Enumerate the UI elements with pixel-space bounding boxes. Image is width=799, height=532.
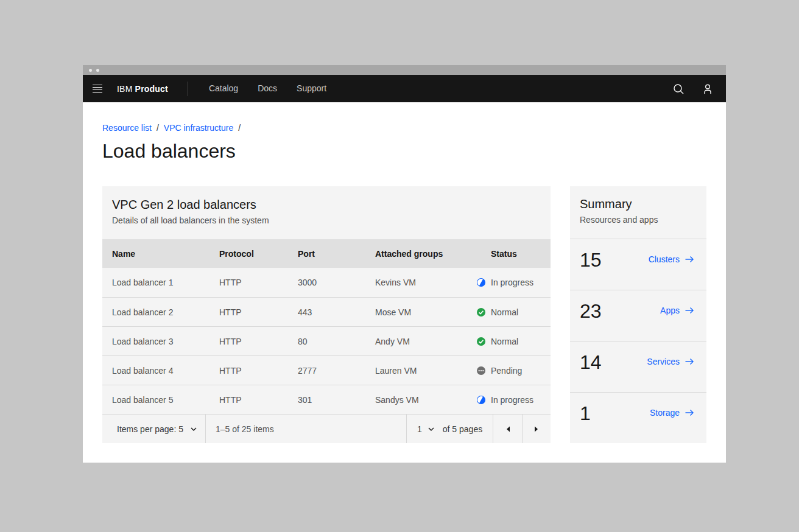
- summary-count: 15: [580, 248, 602, 271]
- desktop-background: IBM Product Catalog Docs Support Resourc…: [0, 0, 799, 532]
- status-label: In progress: [491, 278, 533, 287]
- chevron-down-icon: [191, 427, 197, 431]
- cell-protocol: HTTP: [209, 366, 288, 376]
- status-label: Pending: [491, 366, 522, 376]
- brand[interactable]: IBM Product: [117, 84, 168, 94]
- nav-item-support[interactable]: Support: [287, 75, 336, 102]
- breadcrumb: Resource list / VPC infrastructure /: [102, 123, 245, 133]
- cell-protocol: HTTP: [209, 307, 288, 317]
- column-header-protocol[interactable]: Protocol: [209, 249, 288, 259]
- pagination-range-text: 1–5 of 25 items: [206, 415, 406, 443]
- window-control-dot[interactable]: [96, 69, 99, 72]
- column-header-attached-groups[interactable]: Attached groups: [365, 249, 466, 259]
- arrow-right-icon: [685, 408, 694, 418]
- summary-header: Summary Resources and apps: [570, 186, 706, 239]
- cell-attached-groups: Andy VM: [365, 337, 466, 346]
- arrow-right-icon: [685, 357, 694, 366]
- previous-page-button[interactable]: [493, 415, 522, 443]
- status-label: In progress: [491, 395, 533, 405]
- status-label: Normal: [491, 307, 518, 317]
- page-content: Resource list / VPC infrastructure / Loa…: [83, 102, 726, 463]
- page-number-select[interactable]: 1 of 5 pages: [406, 415, 493, 443]
- summary-link[interactable]: Clusters: [649, 254, 694, 264]
- cell-attached-groups: Sandys VM: [365, 395, 466, 405]
- cell-name: Load balancer 1: [102, 278, 209, 287]
- summary-row: 23 Apps: [570, 290, 706, 341]
- cell-attached-groups: Lauren VM: [365, 366, 466, 376]
- cell-status: In progress: [466, 395, 551, 405]
- cell-protocol: HTTP: [209, 278, 288, 287]
- table-header-row: Name Protocol Port Attached groups Statu…: [102, 239, 551, 268]
- user-avatar-icon[interactable]: [702, 83, 714, 95]
- pages-total-text: of 5 pages: [443, 424, 482, 434]
- table-card-subtitle: Details of all load balancers in the sys…: [112, 215, 541, 226]
- cell-status: In progress: [466, 278, 551, 287]
- items-per-page-label: Items per page: 5: [117, 424, 183, 434]
- summary-link[interactable]: Storage: [650, 408, 694, 418]
- status-icon: [476, 395, 486, 405]
- table-row[interactable]: Load balancer 2 HTTP 443 Mose VM Normal: [102, 297, 551, 326]
- window-control-dot[interactable]: [89, 69, 92, 72]
- cell-status: Normal: [466, 307, 551, 317]
- status-label: Normal: [491, 337, 518, 346]
- brand-prefix: IBM: [117, 84, 133, 94]
- summary-link-label: Clusters: [649, 254, 680, 264]
- caret-right-icon: [534, 425, 539, 433]
- next-page-button[interactable]: [522, 415, 551, 443]
- summary-card: Summary Resources and apps 15 Clusters 2…: [570, 186, 706, 443]
- status-icon: [476, 278, 486, 287]
- chevron-down-icon: [428, 427, 434, 431]
- table-row[interactable]: Load balancer 3 HTTP 80 Andy VM Normal: [102, 326, 551, 355]
- app-header: IBM Product Catalog Docs Support: [83, 75, 726, 102]
- breadcrumb-separator: /: [238, 123, 241, 133]
- arrow-right-icon: [685, 306, 694, 315]
- column-header-name[interactable]: Name: [102, 249, 209, 259]
- breadcrumb-vpc-infrastructure[interactable]: VPC infrastructure: [164, 123, 233, 133]
- window-titlebar: [83, 65, 726, 75]
- table-body: Load balancer 1 HTTP 3000 Kevins VM In p…: [102, 268, 551, 414]
- table-row[interactable]: Load balancer 4 HTTP 2777 Lauren VM Pend…: [102, 355, 551, 385]
- cell-name: Load balancer 4: [102, 366, 209, 376]
- summary-count: 1: [580, 402, 591, 425]
- header-nav: Catalog Docs Support: [199, 75, 336, 102]
- cell-attached-groups: Mose VM: [365, 307, 466, 317]
- cell-port: 80: [288, 337, 365, 346]
- column-header-status[interactable]: Status: [466, 249, 551, 259]
- cell-protocol: HTTP: [209, 395, 288, 405]
- breadcrumb-separator: /: [157, 123, 159, 133]
- nav-item-docs[interactable]: Docs: [248, 75, 287, 102]
- cell-port: 443: [288, 307, 365, 317]
- summary-rows: 15 Clusters 23 Apps 14 Services 1 Storag…: [570, 239, 706, 443]
- breadcrumb-resource-list[interactable]: Resource list: [102, 123, 152, 133]
- cell-port: 3000: [288, 278, 365, 287]
- menu-icon[interactable]: [93, 85, 102, 93]
- page-title: Load balancers: [102, 139, 236, 163]
- cell-attached-groups: Kevins VM: [365, 278, 466, 287]
- summary-row: 1 Storage: [570, 392, 706, 443]
- nav-item-catalog[interactable]: Catalog: [199, 75, 248, 102]
- items-per-page-select[interactable]: Items per page: 5: [102, 415, 206, 443]
- cell-name: Load balancer 5: [102, 395, 209, 405]
- status-icon: [476, 366, 486, 376]
- summary-link-label: Apps: [660, 306, 680, 315]
- pagination-bar: Items per page: 5 1–5 of 25 items 1 of 5…: [102, 414, 551, 443]
- summary-link[interactable]: Apps: [660, 306, 694, 315]
- cell-protocol: HTTP: [209, 337, 288, 346]
- cell-name: Load balancer 2: [102, 307, 209, 317]
- summary-title: Summary: [580, 196, 697, 212]
- summary-subtitle: Resources and apps: [580, 214, 697, 225]
- load-balancers-table-card: VPC Gen 2 load balancers Details of all …: [102, 186, 551, 443]
- summary-count: 23: [580, 299, 602, 323]
- header-actions: [672, 83, 716, 95]
- table-row[interactable]: Load balancer 1 HTTP 3000 Kevins VM In p…: [102, 268, 551, 297]
- summary-count: 14: [580, 351, 602, 374]
- summary-link[interactable]: Services: [647, 357, 694, 366]
- cell-status: Pending: [466, 366, 551, 376]
- table-row[interactable]: Load balancer 5 HTTP 301 Sandys VM In pr…: [102, 385, 551, 414]
- column-header-port[interactable]: Port: [288, 249, 365, 259]
- search-icon[interactable]: [672, 83, 685, 95]
- cell-status: Normal: [466, 337, 551, 346]
- header-divider: [188, 82, 188, 96]
- summary-link-label: Services: [647, 357, 680, 366]
- cell-port: 2777: [288, 366, 365, 376]
